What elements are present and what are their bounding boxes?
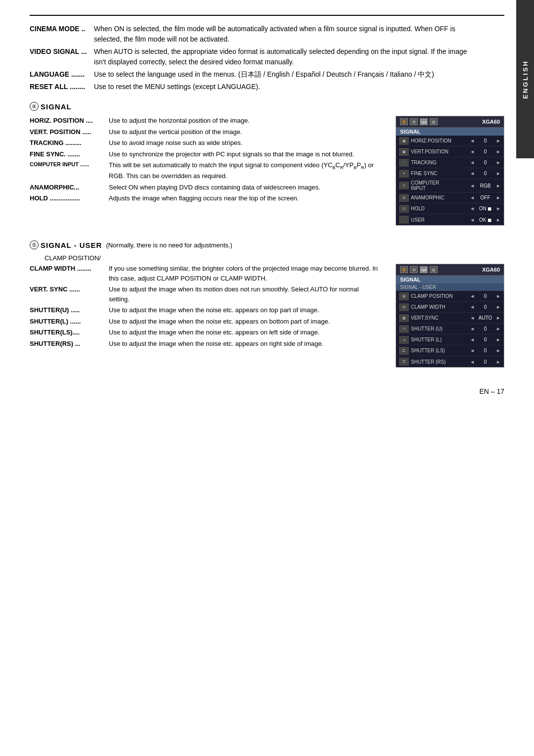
reset-desc: Use to reset the MENU settings (except L… (94, 82, 480, 92)
osd-icon-computer: ⊙ (399, 182, 409, 189)
osd-icon-horiz: ▣ (399, 137, 409, 145)
signal-row-horiz: HORIZ. POSITION .... Use to adjust the h… (30, 116, 381, 126)
osd-row-shutl: ⊔ SHUTTER (L) ◄ 0 ► (396, 334, 504, 345)
signal-user-section-header: ⑤ SIGNAL - USER (Normally, there is no n… (30, 240, 504, 249)
shutteru-desc: Use to adjust the image when the noise e… (109, 305, 381, 315)
osd-val-clamppos: 0 (477, 293, 494, 299)
intro-line-video: VIDEO SIGNAL ... When AUTO is selected, … (30, 47, 480, 67)
osd-row-computer: ⊙ COMPUTERINPUT ◄ RGB ► (396, 179, 504, 192)
osd-right-clampw: ► (496, 304, 501, 310)
osd-left-finesync: ◄ (470, 171, 475, 176)
osd-icon-shutrs: ⊐ (399, 358, 409, 366)
su-row-shutteru: SHUTTER(U) ..... Use to adjust the image… (30, 305, 381, 315)
osd-icon-vert: ▣ (399, 148, 409, 156)
osd-val-hold: ON ◼ (477, 206, 494, 211)
shutterrs-desc: Use to adjust the image when the noise e… (109, 339, 381, 349)
top-border (30, 15, 504, 16)
osd-right-tracking: ► (496, 160, 501, 165)
osd-icon-4: ▤ (430, 118, 438, 125)
cinema-desc: When ON is selected, the film mode will … (94, 24, 480, 45)
hold-desc: Adjusts the image when flagging occurs n… (109, 193, 381, 203)
osd-left-shutl: ◄ (470, 337, 475, 342)
vert-desc: Use to adjust the vertical position of t… (109, 127, 381, 137)
osd-icon-shutu: ⊓ (399, 325, 409, 333)
signal-user-text: CLAMP WIDTH ........ If you use somethin… (30, 264, 381, 368)
osd-su-icon-2: ⊞ (410, 266, 418, 273)
osd-right-shutls: ► (496, 348, 501, 353)
osd-right-anamorphic: ► (496, 195, 501, 200)
osd-left-clampw: ◄ (470, 304, 475, 310)
anamorphic-term: ANAMORPHIC... (30, 183, 109, 192)
osd-icon-1: 🔆 (400, 118, 408, 125)
osd-label-vert: VERT.POSITION (411, 149, 470, 154)
osd-row-horiz: ▣ HORIZ.POSITION ◄ 0 ► (396, 136, 504, 146)
osd-icon-tracking: 🎵 (399, 159, 409, 167)
osd-header-signal: 🔆 ⊞ opt ▤ XGA60 (396, 116, 504, 128)
shutterls-desc: Use to adjust the image when the noise e… (109, 328, 381, 337)
osd-row-shutu: ⊓ SHUTTER (U) ◄ 0 ► (396, 324, 504, 334)
language-term: LANGUAGE ....... (30, 69, 94, 80)
intro-section: CINEMA MODE .. When ON is selected, the … (30, 24, 504, 92)
video-desc: When AUTO is selected, the appropriate v… (94, 47, 480, 67)
osd-left-shutls: ◄ (470, 348, 475, 353)
su-row-vertsync: VERT. SYNC ...... Use to adjust the imag… (30, 284, 381, 304)
signal-row-tracking: TRACKING ......... Use to avoid image no… (30, 138, 381, 148)
signal-user-layout: CLAMP WIDTH ........ If you use somethin… (30, 264, 504, 368)
osd-label-user: USER (411, 217, 470, 223)
osd-left-horiz: ◄ (470, 138, 475, 143)
finesync-desc: Use to synchronize the projector with PC… (109, 149, 381, 159)
shutteru-term: SHUTTER(U) ..... (30, 305, 109, 315)
intro-line-cinema: CINEMA MODE .. When ON is selected, the … (30, 24, 480, 45)
osd-right-computer: ► (496, 183, 501, 189)
osd-right-shutl: ► (496, 337, 501, 342)
hold-term: HOLD ................. (30, 193, 109, 203)
osd-label-shutu: SHUTTER (U) (411, 326, 470, 331)
osd-label-horiz: HORIZ.POSITION (411, 138, 470, 143)
osd-icon-hold: ⊡ (399, 205, 409, 213)
video-term: VIDEO SIGNAL ... (30, 47, 94, 67)
osd-subsection-su: SIGNAL - USER (396, 284, 504, 291)
osd-icon-shutls: ⊏ (399, 347, 409, 355)
signal-title: SIGNAL (41, 102, 72, 111)
signal-row-anamorphic: ANAMORPHIC... Select ON when playing DVD… (30, 183, 381, 192)
osd-row-shutrs: ⊐ SHUTTER (RS) ◄ 0 ► (396, 356, 504, 367)
osd-row-clamppos: ⊠ CLAMP POSITION ◄ 0 ► (396, 291, 504, 302)
shutterls-term: SHUTTER(LS).... (30, 328, 109, 337)
osd-label-finesync: FINE SYNC (411, 171, 470, 176)
osd-label-shutls: SHUTTER (LS) (411, 348, 470, 353)
osd-row-hold: ⊡ HOLD ◄ ON ◼ ► (396, 203, 504, 214)
osd-icon-user (399, 216, 409, 224)
signal-row-compinput: COMPUTER INPUT ...... This will be set a… (30, 160, 381, 181)
osd-row-finesync: ≡ FINE SYNC ◄ 0 ► (396, 168, 504, 179)
osd-icon-clamppos: ⊠ (399, 292, 409, 300)
osd-label-vsync: VERT.SYNC (411, 315, 470, 321)
horiz-term: HORIZ. POSITION .... (30, 116, 109, 126)
signal-user-subtitle: (Normally, there is no need for adjustme… (106, 241, 232, 249)
anamorphic-desc: Select ON when playing DVD discs contain… (109, 183, 381, 192)
tracking-term: TRACKING ......... (30, 138, 109, 148)
osd-label-clamppos: CLAMP POSITION (411, 293, 470, 299)
su-row-clampwidth: CLAMP WIDTH ........ If you use somethin… (30, 264, 381, 283)
su-row-shutterl: SHUTTER(L) ...... Use to adjust the imag… (30, 317, 381, 327)
osd-label-shutrs: SHUTTER (RS) (411, 359, 470, 365)
page-number: EN – 17 (30, 387, 504, 395)
signal-number: ④ (30, 102, 39, 111)
intro-line-language: LANGUAGE ....... Use to select the langu… (30, 69, 480, 80)
shutterl-term: SHUTTER(L) ...... (30, 317, 109, 327)
osd-left-shutu: ◄ (470, 326, 475, 331)
osd-left-tracking: ◄ (470, 160, 475, 165)
vertsync-desc: Use to adjust the image when its motion … (109, 284, 381, 304)
osd-left-shutrs: ◄ (470, 359, 475, 365)
signal-row-vert: VERT. POSITION ..... Use to adjust the v… (30, 127, 381, 137)
english-tab: ENGLISH (516, 0, 534, 158)
osd-val-shutl: 0 (477, 337, 494, 342)
osd-label-clampw: CLAMP WIDTH (411, 304, 470, 310)
osd-section-su: SIGNAL (396, 276, 504, 284)
osd-left-vert: ◄ (470, 149, 475, 154)
signal-row-hold: HOLD ................. Adjusts the image… (30, 193, 381, 203)
osd-val-tracking: 0 (477, 160, 494, 165)
osd-right-horiz: ► (496, 138, 501, 143)
osd-icon-finesync: ≡ (399, 170, 409, 178)
english-label: ENGLISH (522, 60, 529, 99)
osd-left-anamorphic: ◄ (470, 195, 475, 200)
